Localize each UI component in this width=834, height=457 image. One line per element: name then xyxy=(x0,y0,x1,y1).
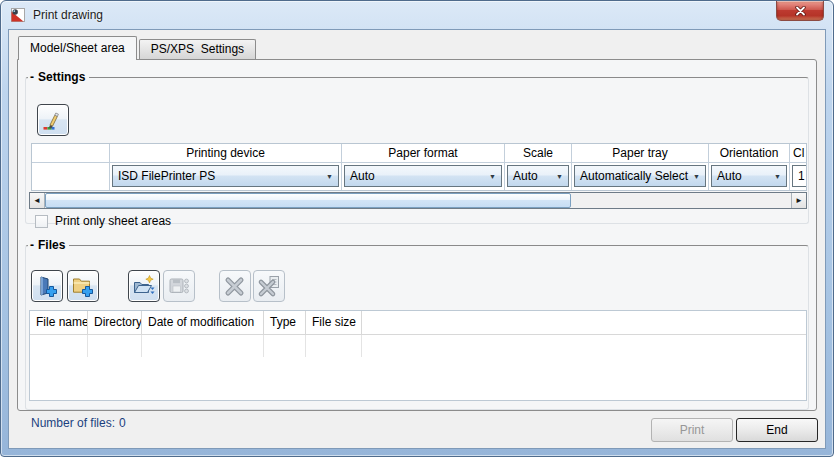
scroll-right-icon: ► xyxy=(795,196,803,205)
edit-settings-button[interactable] xyxy=(37,104,69,136)
save-file-list-button[interactable] xyxy=(163,270,195,302)
tab-model-sheet-area[interactable]: Model/Sheet area xyxy=(18,36,137,60)
scroll-right-button[interactable]: ► xyxy=(791,193,806,208)
tab-page-model-sheet-area: -Settings xyxy=(17,59,817,411)
scale-value: Auto xyxy=(513,169,538,183)
tab-ps-xps-settings[interactable]: PS/XPS Settings xyxy=(139,39,256,59)
settings-group: -Settings xyxy=(25,70,809,224)
files-count-label: Number of files: xyxy=(31,416,115,430)
titlebar[interactable]: Print drawing xyxy=(1,1,833,29)
load-file-list-icon xyxy=(132,274,156,298)
collapse-toggle-icon[interactable]: - xyxy=(30,238,34,252)
scrollbar-track[interactable] xyxy=(45,193,791,208)
files-table: File name Directory Date of modification… xyxy=(29,310,807,401)
paper-tray-select[interactable]: Automatically Select ▼ xyxy=(574,165,706,187)
settings-horizontal-scrollbar: ◄ ► xyxy=(29,192,807,209)
settings-col-paper-format: Paper format xyxy=(342,144,505,163)
remove-all-files-icon xyxy=(257,274,281,298)
scrollbar-thumb[interactable] xyxy=(45,193,571,208)
settings-col-paper-tray: Paper tray xyxy=(572,144,709,163)
files-col-file-size[interactable]: File size xyxy=(306,311,362,335)
remove-file-button[interactable] xyxy=(219,270,251,302)
settings-group-label: Settings xyxy=(38,70,85,84)
add-file-button[interactable] xyxy=(31,270,63,302)
print-settings-table: Printing device Paper format Scale Paper… xyxy=(31,143,807,191)
remove-file-icon xyxy=(223,274,247,298)
settings-col-printing-device: Printing device xyxy=(110,144,342,163)
files-group-label: Files xyxy=(38,238,65,252)
tab-strip: Model/Sheet area PS/XPS Settings xyxy=(18,36,258,60)
print-drawing-dialog: Print drawing Model/Sheet area PS/XPS Se… xyxy=(0,0,834,457)
orientation-value: Auto xyxy=(717,169,742,183)
chevron-down-icon: ▼ xyxy=(553,173,568,180)
save-file-list-icon xyxy=(167,274,191,298)
window-title: Print drawing xyxy=(33,8,103,22)
print-button[interactable]: Print xyxy=(651,418,733,442)
paper-format-select[interactable]: Auto ▼ xyxy=(344,165,502,187)
chevron-down-icon: ▼ xyxy=(323,173,338,180)
printing-device-value: ISD FilePrinter PS xyxy=(118,169,215,183)
settings-col-scale: Scale xyxy=(505,144,572,163)
settings-rowheader-cell xyxy=(32,163,110,190)
print-only-sheet-areas-row: Print only sheet areas xyxy=(35,214,171,228)
settings-col-rowheader xyxy=(32,144,110,163)
files-col-directory[interactable]: Directory xyxy=(88,311,142,335)
files-table-empty-row xyxy=(30,335,806,357)
pencil-icon xyxy=(41,108,65,132)
dialog-client-area: Model/Sheet area PS/XPS Settings -Settin… xyxy=(8,29,826,449)
scale-select[interactable]: Auto ▼ xyxy=(507,165,569,187)
close-icon xyxy=(794,6,807,16)
print-only-sheet-areas-checkbox[interactable] xyxy=(35,215,48,228)
load-file-list-button[interactable] xyxy=(128,270,160,302)
add-folder-button[interactable] xyxy=(67,270,99,302)
chevron-down-icon: ▼ xyxy=(486,173,501,180)
end-button[interactable]: End xyxy=(736,418,818,442)
chevron-down-icon: ▼ xyxy=(771,173,786,180)
files-count-status: Number of files: 0 xyxy=(31,416,126,430)
files-col-filler xyxy=(362,311,806,335)
copies-field[interactable]: 1 xyxy=(792,165,806,187)
scroll-left-button[interactable]: ◄ xyxy=(30,193,45,208)
files-table-header-row: File name Directory Date of modification… xyxy=(30,311,806,335)
paper-tray-value: Automatically Select xyxy=(580,169,688,183)
settings-col-orientation: Orientation xyxy=(709,144,790,163)
files-col-type[interactable]: Type xyxy=(264,311,306,335)
print-only-sheet-areas-label: Print only sheet areas xyxy=(55,214,171,228)
app-icon xyxy=(10,7,26,23)
paper-format-value: Auto xyxy=(350,169,375,183)
settings-table-header-row: Printing device Paper format Scale Paper… xyxy=(32,144,806,163)
settings-table-row: ISD FilePrinter PS ▼ Auto ▼ xyxy=(32,163,806,190)
settings-col-clipped: Cl xyxy=(790,144,806,163)
add-file-icon xyxy=(35,274,59,298)
files-group-legend: -Files xyxy=(28,238,69,252)
files-count-value: 0 xyxy=(119,416,126,430)
close-button[interactable] xyxy=(776,1,824,21)
add-folder-icon xyxy=(71,274,95,298)
collapse-toggle-icon[interactable]: - xyxy=(30,70,34,84)
settings-group-legend: -Settings xyxy=(28,70,89,84)
printing-device-select[interactable]: ISD FilePrinter PS ▼ xyxy=(112,165,339,187)
files-col-date-of-modification[interactable]: Date of modification xyxy=(142,311,264,335)
chevron-down-icon: ▼ xyxy=(690,173,705,180)
files-group: -Files xyxy=(25,238,809,410)
scroll-left-icon: ◄ xyxy=(33,196,41,205)
remove-all-files-button[interactable] xyxy=(253,270,285,302)
orientation-select[interactable]: Auto ▼ xyxy=(711,165,787,187)
files-col-file-name[interactable]: File name xyxy=(30,311,88,335)
